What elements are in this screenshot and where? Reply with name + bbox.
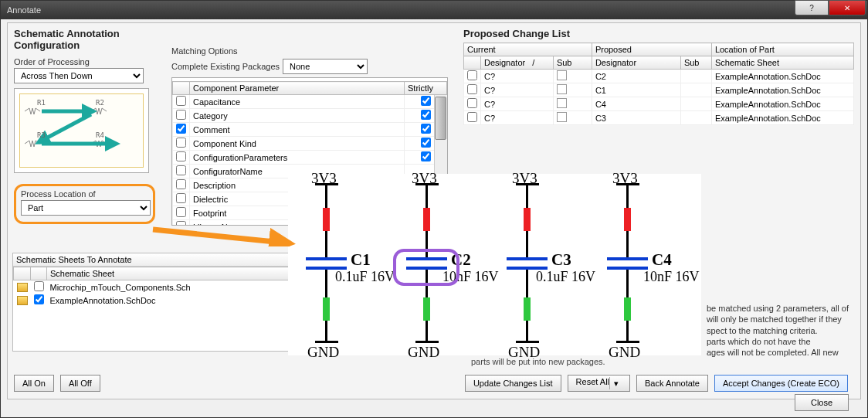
row-checkbox[interactable]	[467, 98, 477, 108]
sheet-icon	[17, 296, 28, 305]
all-off-button[interactable]: All Off	[60, 375, 100, 392]
close-button[interactable]: Close	[795, 394, 849, 411]
designator: C1	[351, 250, 371, 270]
change-row[interactable]: C? C1 ExampleAnnotation.SchDoc	[464, 83, 854, 97]
sheet-checkbox[interactable]	[34, 294, 44, 304]
accept-changes-button[interactable]: Accept Changes (Create ECO)	[714, 375, 848, 392]
col-param[interactable]: Component Parameter	[190, 82, 405, 95]
loc: ExampleAnnotation.SchDoc	[711, 111, 853, 125]
net-bot-label: GND	[609, 344, 640, 361]
update-changes-button[interactable]: Update Changes List	[465, 375, 561, 392]
cur-sub	[553, 97, 592, 111]
h-sheet[interactable]: Schematic Sheet	[711, 56, 853, 70]
titlebar: Annotate ? ✕	[1, 1, 867, 19]
param-row[interactable]: Component Kind	[173, 137, 447, 151]
param-checkbox[interactable]	[176, 221, 186, 226]
help-button[interactable]: ?	[795, 0, 829, 15]
proposed-title: Proposed Change List	[463, 28, 854, 39]
pkg-select[interactable]: None	[283, 59, 368, 74]
param-row[interactable]: Category	[173, 109, 447, 123]
window-title: Annotate	[7, 5, 41, 15]
row-checkbox[interactable]	[467, 112, 477, 122]
param-row[interactable]: ConfigurationParameters	[173, 151, 447, 165]
all-on-button[interactable]: All On	[14, 375, 54, 392]
cur-desig: C?	[481, 70, 554, 83]
h-sub-prop[interactable]: Sub	[680, 56, 711, 70]
annotate-dialog: Annotate ? ✕ Schematic Annotation Config…	[0, 0, 868, 418]
param-checkbox[interactable]	[176, 179, 186, 189]
loc-select[interactable]: Part	[21, 200, 151, 216]
loc-label: Process Location of	[21, 189, 148, 199]
order-preview: R1 R2 R3 R4	[14, 88, 149, 173]
strict-checkbox[interactable]	[421, 110, 431, 120]
order-label: Order of Processing	[14, 57, 164, 66]
row-checkbox[interactable]	[467, 84, 477, 94]
param-checkbox[interactable]	[176, 96, 186, 106]
cur-desig: C?	[481, 83, 554, 97]
config-title: Schematic Annotation Configuration	[14, 28, 164, 51]
change-row[interactable]: C? C4 ExampleAnnotation.SchDoc	[464, 97, 854, 111]
cap-value: 10nF 16V	[643, 269, 700, 285]
param-name: ConfigurationParameters	[190, 151, 405, 165]
param-checkbox[interactable]	[176, 124, 186, 134]
cur-sub	[553, 111, 592, 125]
param-name: Component Kind	[190, 137, 405, 151]
process-location-group: Process Location of Part	[14, 184, 155, 224]
cur-desig: C?	[481, 97, 554, 111]
schematic-overlay: 3V3 C1 0.1uF 16V GND 3V3 C2 10nF 16V GND…	[288, 174, 701, 355]
col-strict[interactable]: Strictly	[405, 82, 447, 95]
chevron-down-icon[interactable]: ▾	[609, 377, 622, 389]
prop-desig: C4	[592, 97, 680, 111]
param-checkbox[interactable]	[176, 165, 186, 175]
loc: ExampleAnnotation.SchDoc	[711, 70, 853, 83]
back-annotate-button[interactable]: Back Annotate	[636, 375, 708, 392]
net-bot-label: GND	[307, 344, 339, 361]
prop-desig: C3	[592, 111, 680, 125]
param-checkbox[interactable]	[176, 110, 186, 120]
designator: C4	[652, 250, 672, 270]
preview-r1: R1	[37, 99, 46, 107]
designator: C3	[551, 250, 571, 270]
param-checkbox[interactable]	[176, 193, 186, 203]
change-row[interactable]: C? C3 ExampleAnnotation.SchDoc	[464, 111, 854, 125]
strict-checkbox[interactable]	[421, 124, 431, 134]
highlight-ring	[393, 249, 459, 286]
h-sub-cur[interactable]: Sub	[553, 56, 592, 70]
scroll-thumb[interactable]	[435, 97, 446, 140]
h-desig-cur[interactable]: Designator /	[481, 56, 554, 70]
loc: ExampleAnnotation.SchDoc	[711, 97, 853, 111]
row-checkbox[interactable]	[467, 70, 477, 80]
matching-title: Matching Options	[171, 46, 448, 56]
change-row[interactable]: C? C2 ExampleAnnotation.SchDoc	[464, 70, 854, 83]
strict-checkbox[interactable]	[421, 138, 431, 148]
net-bot-label: GND	[508, 344, 540, 361]
param-row[interactable]: Capacitance	[173, 95, 447, 109]
preview-r3: R3	[37, 131, 46, 139]
h-proposed[interactable]: Proposed	[592, 43, 711, 56]
param-checkbox[interactable]	[176, 138, 186, 148]
sheet-name: Microchip_mTouch_Components.Sch	[47, 280, 324, 294]
reset-all-button[interactable]: Reset All▾	[568, 375, 630, 392]
strict-checkbox[interactable]	[421, 96, 431, 106]
sheet-checkbox[interactable]	[34, 281, 44, 291]
sheet-name: ExampleAnnotation.SchDoc	[47, 294, 324, 307]
param-row[interactable]: Comment	[173, 123, 447, 137]
strict-checkbox[interactable]	[421, 151, 431, 161]
cap-value: 0.1uF 16V	[335, 269, 395, 285]
h-loc[interactable]: Location of Part	[711, 43, 853, 56]
order-select[interactable]: Across Then Down	[14, 68, 144, 83]
info-text: be matched using 2 parameters, all of wi…	[707, 303, 861, 358]
capacitor-C3: 3V3 C3 0.1uF 16V GND	[500, 174, 601, 355]
preview-r4: R4	[96, 131, 104, 139]
h-current[interactable]: Current	[464, 43, 592, 56]
close-window-button[interactable]: ✕	[829, 0, 866, 15]
cur-sub	[553, 70, 592, 83]
param-name: Comment	[190, 123, 405, 137]
param-checkbox[interactable]	[176, 151, 186, 161]
cap-value: 0.1uF 16V	[536, 269, 595, 285]
col-sheet[interactable]: Schematic Sheet	[47, 267, 324, 280]
capacitor-C4: 3V3 C4 10nF 16V GND	[601, 174, 701, 355]
param-checkbox[interactable]	[176, 207, 186, 217]
h-desig-prop[interactable]: Designator	[592, 56, 680, 70]
pkg-label: Complete Existing Packages	[171, 62, 280, 71]
